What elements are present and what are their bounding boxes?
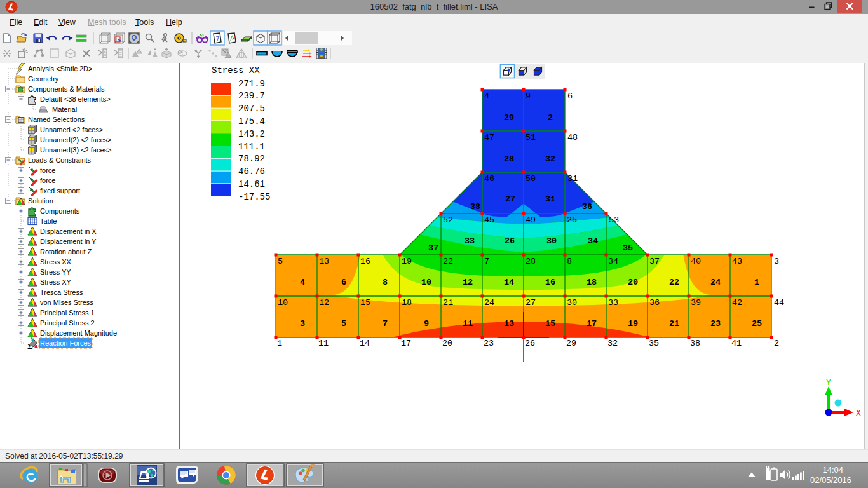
svg-text:52: 52 [443, 215, 453, 225]
svg-text:24: 24 [484, 298, 494, 308]
svg-text:9: 9 [526, 92, 531, 101]
svg-text:Stress XX: Stress XX [40, 258, 72, 266]
svg-text:14: 14 [360, 339, 370, 348]
svg-text:Stress XX: Stress XX [212, 65, 260, 76]
svg-text:16: 16 [360, 257, 370, 266]
svg-text:3: 3 [300, 319, 305, 329]
svg-text:Tresca Stress: Tresca Stress [40, 288, 83, 296]
svg-text:35: 35 [623, 243, 633, 253]
svg-text:36: 36 [649, 298, 660, 308]
svg-text:Unnamed(3) <2 faces>: Unnamed(3) <2 faces> [40, 146, 112, 154]
svg-text:30: 30 [567, 298, 577, 308]
svg-text:10: 10 [278, 298, 288, 308]
svg-text:175.4: 175.4 [238, 116, 265, 126]
svg-text:9: 9 [424, 319, 429, 329]
svg-text:27: 27 [526, 298, 536, 308]
svg-text:7: 7 [215, 35, 219, 43]
svg-text:32: 32 [607, 339, 618, 348]
svg-text:53: 53 [609, 215, 619, 225]
svg-text:Principal Stress 2: Principal Stress 2 [40, 319, 95, 327]
svg-text:15: 15 [360, 298, 370, 308]
svg-text:Named Selections: Named Selections [28, 116, 85, 123]
svg-text:46.76: 46.76 [238, 166, 265, 177]
svg-text:19: 19 [628, 319, 638, 329]
svg-text:11: 11 [318, 339, 329, 348]
svg-text:22: 22 [443, 257, 453, 266]
svg-text:78.92: 78.92 [238, 154, 265, 164]
svg-text:50: 50 [526, 174, 536, 184]
svg-text:3: 3 [774, 257, 779, 266]
svg-text:Displacement Magnitude: Displacement Magnitude [40, 329, 117, 337]
svg-text:26: 26 [505, 236, 515, 246]
svg-text:239.7: 239.7 [238, 91, 265, 101]
svg-text:51: 51 [526, 133, 536, 142]
svg-text:42: 42 [732, 298, 742, 308]
svg-text:45: 45 [484, 215, 494, 225]
svg-text:14: 14 [504, 278, 514, 287]
svg-text:von Mises Stress: von Mises Stress [40, 299, 93, 306]
svg-text:271.9: 271.9 [238, 79, 265, 89]
svg-text:7: 7 [484, 257, 489, 266]
svg-text:6: 6 [341, 278, 346, 287]
svg-text:41: 41 [731, 339, 742, 348]
svg-text:27: 27 [505, 194, 515, 204]
svg-text:47: 47 [484, 133, 494, 142]
svg-text:19: 19 [402, 257, 412, 266]
svg-text:Displacement in X: Displacement in X [40, 227, 97, 235]
svg-text:37: 37 [649, 257, 660, 266]
svg-text:Loads & Constraints: Loads & Constraints [28, 156, 92, 164]
svg-text:force: force [40, 166, 55, 174]
svg-text:23: 23 [484, 339, 494, 348]
svg-text:43: 43 [732, 257, 742, 266]
svg-text:21: 21 [669, 319, 679, 329]
svg-text:11: 11 [463, 319, 473, 329]
svg-text:Default <38 elements>: Default <38 elements> [40, 95, 111, 103]
svg-text:-17.55: -17.55 [238, 192, 270, 202]
svg-text:29: 29 [566, 339, 576, 348]
svg-text:14:04: 14:04 [822, 465, 843, 475]
svg-text:34: 34 [588, 236, 598, 246]
svg-text:49: 49 [526, 215, 536, 225]
svg-text:Unnamed <2 faces>: Unnamed <2 faces> [40, 126, 103, 133]
svg-text:46: 46 [484, 174, 494, 184]
svg-text:44: 44 [774, 298, 784, 308]
svg-text:2: 2 [774, 339, 779, 348]
svg-text:143.2: 143.2 [238, 129, 265, 139]
svg-text:33: 33 [608, 298, 618, 308]
svg-text:Stress YY: Stress YY [40, 268, 71, 276]
svg-text:02/05/2016: 02/05/2016 [810, 475, 851, 485]
svg-text:Components: Components [40, 207, 80, 215]
svg-text:6: 6 [567, 92, 573, 101]
svg-text:32: 32 [545, 154, 555, 164]
svg-text:21: 21 [443, 298, 453, 308]
svg-text:39: 39 [691, 298, 701, 308]
svg-text:36: 36 [582, 202, 592, 212]
svg-text:22: 22 [669, 278, 679, 287]
svg-text:207.5: 207.5 [238, 104, 265, 114]
svg-text:18: 18 [402, 298, 412, 308]
svg-text:1: 1 [277, 339, 282, 348]
svg-text:33: 33 [465, 236, 475, 246]
svg-text:8: 8 [567, 257, 572, 266]
svg-text:1: 1 [754, 278, 759, 287]
svg-text:force: force [40, 177, 55, 184]
svg-text:40: 40 [691, 257, 701, 266]
svg-text:111.1: 111.1 [238, 142, 265, 152]
svg-text:2: 2 [548, 113, 553, 123]
svg-text:35: 35 [649, 339, 659, 348]
svg-text:4: 4 [300, 278, 305, 287]
svg-text:16: 16 [545, 278, 555, 287]
svg-text:18: 18 [587, 278, 597, 287]
svg-text:5: 5 [341, 319, 346, 329]
svg-text:Material: Material [52, 105, 77, 113]
svg-text:Y: Y [826, 378, 831, 388]
svg-text:Stress XY: Stress XY [40, 278, 72, 286]
svg-text:20: 20 [442, 339, 452, 348]
svg-text:X: X [856, 409, 861, 418]
svg-text:5: 5 [278, 257, 283, 266]
svg-text:25: 25 [752, 319, 762, 329]
svg-text:17: 17 [401, 339, 411, 348]
svg-text:13: 13 [319, 257, 329, 266]
svg-text:38: 38 [690, 339, 700, 348]
svg-text:7: 7 [383, 319, 388, 329]
